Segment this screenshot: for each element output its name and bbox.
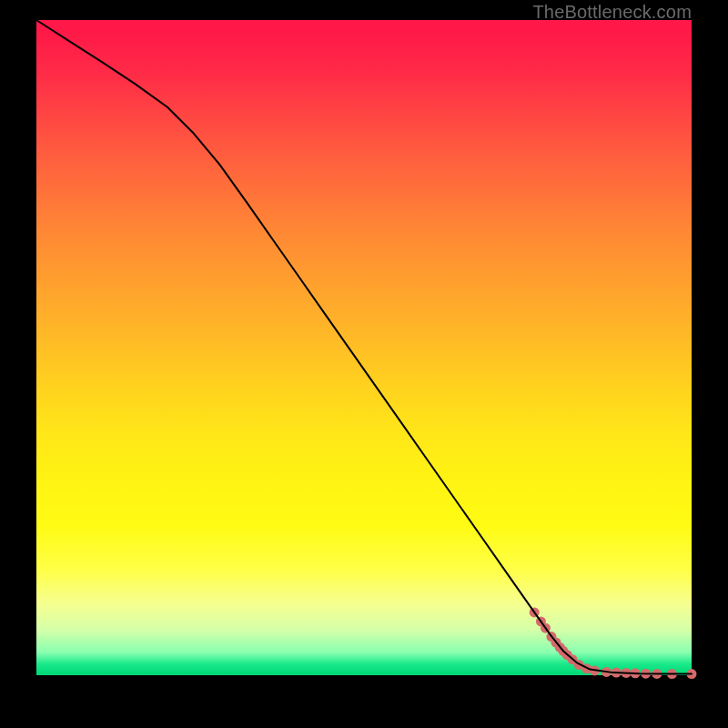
plot-area [36,20,692,675]
chart-overlay [36,20,692,675]
curve-line [36,20,692,674]
chart-frame: TheBottleneck.com [0,0,728,728]
scatter-series [530,607,697,679]
